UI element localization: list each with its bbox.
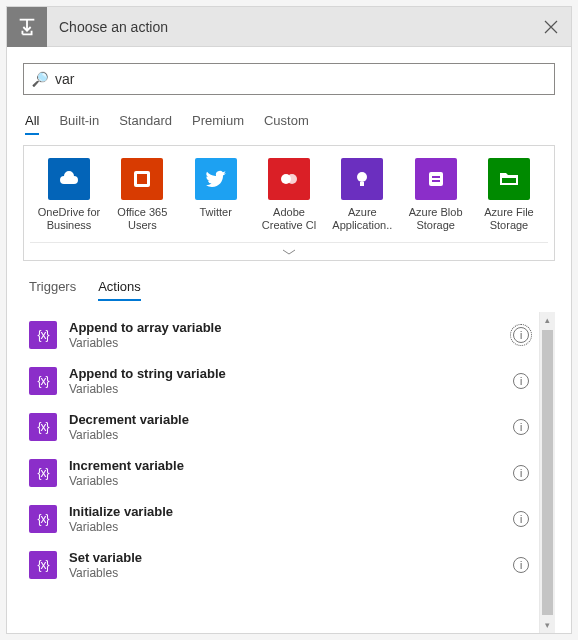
connectors-row: OneDrive for BusinessOffice 365 UsersTwi…: [30, 158, 548, 234]
connector-label: Azure File Storage: [476, 206, 542, 234]
category-tab-premium[interactable]: Premium: [192, 109, 244, 134]
choose-action-panel: Choose an action 🔍 AllBuilt-inStandardPr…: [6, 6, 572, 634]
svg-rect-6: [429, 172, 443, 186]
connector-label: Azure Blob Storage: [403, 206, 469, 234]
connector-label: Twitter: [199, 206, 231, 234]
action-title: Append to array variable: [69, 320, 513, 335]
svg-rect-7: [432, 176, 440, 178]
search-box[interactable]: 🔍: [23, 63, 555, 95]
svg-point-3: [287, 174, 297, 184]
action-subtitle: Variables: [69, 520, 513, 534]
action-title: Increment variable: [69, 458, 513, 473]
subtab-actions[interactable]: Actions: [98, 277, 141, 300]
folder-icon: [488, 158, 530, 200]
category-tab-custom[interactable]: Custom: [264, 109, 309, 134]
action-subtitle: Variables: [69, 566, 513, 580]
connector-label: Office 365 Users: [109, 206, 175, 234]
info-icon[interactable]: i: [513, 465, 529, 481]
variables-icon: {x}: [29, 321, 57, 349]
choose-action-window: Choose an action 🔍 AllBuilt-inStandardPr…: [0, 0, 578, 640]
actions-list: {x}Append to array variableVariablesi{x}…: [23, 312, 539, 633]
scroll-up-arrow[interactable]: ▴: [540, 312, 555, 328]
action-subtitle: Variables: [69, 336, 513, 350]
connector-onedrive-for-business[interactable]: OneDrive for Business: [36, 158, 102, 234]
close-button[interactable]: [531, 7, 571, 47]
svg-rect-9: [502, 178, 516, 183]
svg-rect-1: [137, 174, 147, 184]
info-icon[interactable]: i: [513, 419, 529, 435]
info-icon[interactable]: i: [513, 327, 529, 343]
info-icon[interactable]: i: [513, 557, 529, 573]
scroll-thumb[interactable]: [542, 330, 553, 615]
action-increment-variable[interactable]: {x}Increment variableVariablesi: [23, 450, 537, 496]
adobe-icon: [268, 158, 310, 200]
connectors-box: OneDrive for BusinessOffice 365 UsersTwi…: [23, 145, 555, 261]
connector-label: OneDrive for Business: [36, 206, 102, 234]
connector-label: Azure Application..: [329, 206, 395, 234]
svg-point-4: [357, 172, 367, 182]
panel-header: Choose an action: [7, 7, 571, 47]
connector-twitter[interactable]: Twitter: [183, 158, 249, 234]
connector-label: Adobe Creative Cl: [256, 206, 322, 234]
choose-action-icon: [7, 7, 47, 47]
info-icon[interactable]: i: [513, 511, 529, 527]
variables-icon: {x}: [29, 413, 57, 441]
action-subtitle: Variables: [69, 474, 513, 488]
search-input[interactable]: [55, 71, 546, 87]
action-set-variable[interactable]: {x}Set variableVariablesi: [23, 542, 537, 588]
info-icon[interactable]: i: [513, 373, 529, 389]
action-title: Append to string variable: [69, 366, 513, 381]
connector-azure-application-[interactable]: Azure Application..: [329, 158, 395, 234]
action-initialize-variable[interactable]: {x}Initialize variableVariablesi: [23, 496, 537, 542]
action-append-to-array-variable[interactable]: {x}Append to array variableVariablesi: [23, 312, 537, 358]
office-icon: [121, 158, 163, 200]
action-append-to-string-variable[interactable]: {x}Append to string variableVariablesi: [23, 358, 537, 404]
variables-icon: {x}: [29, 505, 57, 533]
action-title: Set variable: [69, 550, 513, 565]
scroll-down-arrow[interactable]: ▾: [540, 617, 555, 633]
svg-rect-5: [360, 182, 364, 186]
category-tab-built-in[interactable]: Built-in: [59, 109, 99, 134]
bulb-icon: [341, 158, 383, 200]
variables-icon: {x}: [29, 551, 57, 579]
category-tab-standard[interactable]: Standard: [119, 109, 172, 134]
panel-title: Choose an action: [47, 19, 531, 35]
connector-office-365-users[interactable]: Office 365 Users: [109, 158, 175, 234]
connector-adobe-creative-cl[interactable]: Adobe Creative Cl: [256, 158, 322, 234]
blob-icon: [415, 158, 457, 200]
variables-icon: {x}: [29, 459, 57, 487]
category-tab-all[interactable]: All: [25, 109, 39, 134]
connector-azure-file-storage[interactable]: Azure File Storage: [476, 158, 542, 234]
action-decrement-variable[interactable]: {x}Decrement variableVariablesi: [23, 404, 537, 450]
result-subtabs: TriggersActions: [23, 261, 555, 300]
action-subtitle: Variables: [69, 428, 513, 442]
cloud-icon: [48, 158, 90, 200]
svg-rect-8: [432, 180, 440, 182]
subtab-triggers[interactable]: Triggers: [29, 277, 76, 300]
action-subtitle: Variables: [69, 382, 513, 396]
category-tabs: AllBuilt-inStandardPremiumCustom: [23, 95, 555, 135]
expand-connectors-button[interactable]: [30, 242, 548, 260]
twitter-icon: [195, 158, 237, 200]
action-title: Decrement variable: [69, 412, 513, 427]
variables-icon: {x}: [29, 367, 57, 395]
search-icon: 🔍: [32, 71, 49, 87]
actions-area: {x}Append to array variableVariablesi{x}…: [23, 312, 555, 633]
connector-azure-blob-storage[interactable]: Azure Blob Storage: [403, 158, 469, 234]
action-title: Initialize variable: [69, 504, 513, 519]
actions-scrollbar[interactable]: ▴ ▾: [539, 312, 555, 633]
